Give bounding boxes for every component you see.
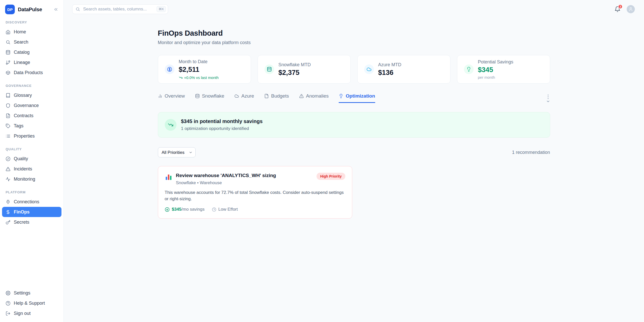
book-icon [6,93,10,98]
sidebar-item-label: Help & Support [14,301,45,306]
page-subtitle: Monitor and optimize your data platform … [158,40,550,45]
logout-icon [6,311,10,316]
lightbulb-icon [466,67,471,72]
recommendation-footer: $345/mo savings Low Effort [165,207,345,212]
lightbulb-icon [339,94,343,98]
notifications-button[interactable]: 3 [614,6,621,12]
recommendation-title: Review warehouse 'ANALYTICS_WH' sizing [176,173,313,178]
alert-triangle-icon [299,94,304,98]
sidebar-item-glossary[interactable]: Glossary [2,90,61,100]
recommendation-card[interactable]: Review warehouse 'ANALYTICS_WH' sizing S… [158,166,352,219]
sidebar-item-properties[interactable]: Properties [2,131,61,141]
sidebar-section-quality: QUALITY [0,147,64,151]
stat-card-azure-mtd: Azure MTD $136 [357,55,450,84]
activity-icon [6,177,10,182]
home-icon [6,30,10,34]
tab-overview[interactable]: Overview [158,93,185,103]
sidebar-item-quality[interactable]: Quality [2,154,61,164]
sidebar-item-data-products[interactable]: Data Products [2,68,61,78]
sidebar-item-label: Data Products [14,70,43,75]
sidebar-item-contracts[interactable]: Contracts [2,111,61,121]
tab-label: Optimization [346,93,375,99]
sidebar-item-label: Monitoring [14,177,35,182]
file-icon [264,94,269,98]
sidebar-item-help-support[interactable]: Help & Support [2,298,61,308]
tab-budgets[interactable]: Budgets [264,93,289,103]
sidebar-item-label: Properties [14,133,35,139]
package-icon [6,70,10,75]
file-text-icon [6,113,10,118]
stat-value: $2,375 [279,69,311,77]
stat-label: Month to Date [179,59,219,64]
sidebar-item-label: Incidents [14,166,32,172]
sidebar-item-governance[interactable]: Governance [2,100,61,111]
sidebar-item-search[interactable]: Search [2,37,61,47]
dollar-icon [6,210,10,214]
trending-down-icon [168,122,173,128]
recommendation-description: This warehouse accounts for 72.7% of tot… [165,190,345,202]
filter-row: All Priorities 1 recommendation [158,147,550,157]
stat-trend-label: +0.0% vs last month [184,75,219,80]
shield-icon [6,103,10,108]
tab-azure[interactable]: Azure [234,93,254,103]
stat-trend: +0.0% vs last month [179,75,219,80]
sidebar-collapse-icon[interactable] [53,7,58,12]
banner-subtitle: 1 optimization opportunity identified [181,126,263,131]
sidebar-item-home[interactable]: Home [2,27,61,37]
sidebar-item-label: Glossary [14,93,32,98]
logo-badge: DP [5,5,15,14]
sidebar-item-settings[interactable]: Settings [2,288,61,298]
stat-icon-wrap [264,64,274,74]
sidebar-item-label: Tags [14,123,23,129]
recommendation-source: Snowflake • Warehouse [176,180,313,185]
stat-label: Snowflake MTD [279,62,311,68]
user-icon [628,7,633,11]
sidebar-item-label: Settings [14,290,30,296]
tab-label: Azure [241,93,254,99]
sidebar-item-label: Sign out [14,311,31,316]
sidebar-item-label: Governance [14,103,39,108]
sidebar-item-monitoring[interactable]: Monitoring [2,174,61,184]
user-avatar[interactable] [627,5,635,13]
sidebar-item-tags[interactable]: Tags [2,121,61,131]
stat-card-potential-savings: Potential Savings $345 per month [457,55,550,84]
app-root: DP DataPulse DISCOVERY Home Search Catal… [0,0,644,322]
sidebar: DP DataPulse DISCOVERY Home Search Catal… [0,0,64,322]
alert-triangle-icon [6,167,10,171]
search-input[interactable] [72,4,168,14]
stat-value: $136 [378,69,401,77]
tab-snowflake[interactable]: Snowflake [195,93,224,103]
sidebar-item-secrets[interactable]: Secrets [2,217,61,227]
database-icon [267,67,272,72]
sidebar-item-finops[interactable]: FinOps [2,207,61,217]
tabs-overflow-indicator[interactable] [546,93,550,104]
sidebar-item-incidents[interactable]: Incidents [2,164,61,174]
stat-note: per month [478,75,513,79]
sidebar-item-sign-out[interactable]: Sign out [2,308,61,318]
sidebar-item-lineage[interactable]: Lineage [2,57,61,68]
sidebar-item-label: Quality [14,156,28,162]
plug-icon [6,199,10,204]
stat-icon-wrap [464,64,474,74]
sidebar-item-label: Home [14,29,26,35]
sidebar-item-label: Connections [14,199,39,205]
tab-bar: Overview Snowflake Azure Budgets [158,93,550,104]
stat-cards: Month to Date $2,511 +0.0% vs last month… [158,55,550,84]
recommendation-header: Review warehouse 'ANALYTICS_WH' sizing S… [165,173,345,185]
effort-indicator: Low Effort [212,207,238,212]
tab-optimization[interactable]: Optimization [339,93,375,103]
lineage-icon [6,60,10,65]
notification-badge: 3 [618,4,623,9]
sidebar-item-connections[interactable]: Connections [2,197,61,207]
tab-label: Anomalies [306,93,329,99]
main-area: ⌘K 3 FinOps Dashboard Monitor and optimi… [64,0,644,322]
sidebar-item-catalog[interactable]: Catalog [2,47,61,57]
page-title: FinOps Dashboard [158,29,550,37]
tab-anomalies[interactable]: Anomalies [299,93,329,103]
stat-value: $345 [478,66,513,74]
bar-chart-icon [165,173,172,181]
sidebar-section-discovery: DISCOVERY [0,20,64,24]
priority-select[interactable]: All Priorities [158,147,196,157]
savings-value: $345 [172,207,182,212]
recommendation-count: 1 recommendation [512,150,550,155]
